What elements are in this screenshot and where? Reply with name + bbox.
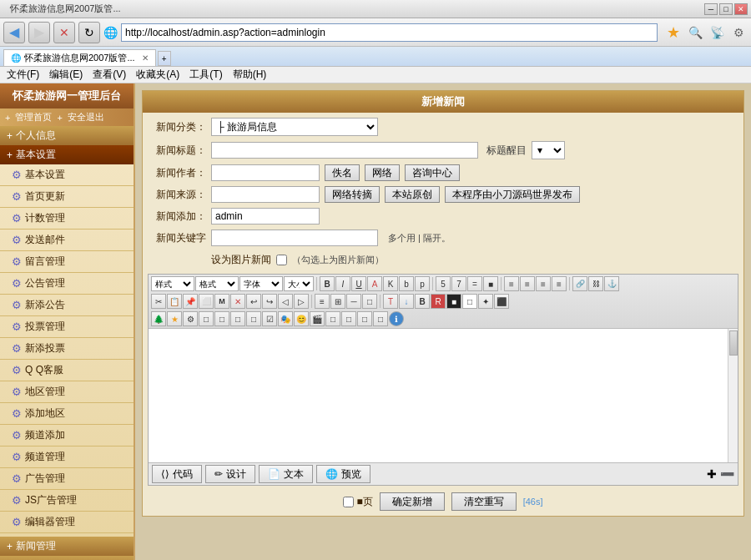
bullet-list-button[interactable]: 7 — [451, 276, 466, 291]
sidebar-item-add-announcement[interactable]: ⚙ 新添公告 — [0, 295, 134, 316]
preview-tab-button[interactable]: 🌐 预览 — [316, 465, 370, 483]
font-color-button[interactable]: A — [367, 276, 382, 291]
close-button[interactable]: ✕ — [734, 3, 748, 15]
add-row-icon[interactable]: ✚ — [707, 467, 717, 481]
checkbox-button[interactable]: ☑ — [262, 311, 277, 326]
table-button[interactable]: ⊞ — [330, 294, 345, 309]
star-button[interactable]: ★ — [167, 311, 182, 326]
sidebar-item-guestbook[interactable]: ⚙ 留言管理 — [0, 251, 134, 273]
forward-button[interactable]: ▶ — [28, 22, 50, 43]
template-button[interactable]: □ — [357, 311, 372, 326]
author-network-button[interactable]: 网络 — [365, 164, 400, 181]
red-btn[interactable]: R — [431, 294, 446, 309]
search-star-icon[interactable]: ★ — [664, 23, 683, 42]
font-select[interactable]: 字体 — [239, 276, 283, 291]
author-input[interactable] — [211, 164, 320, 181]
superscript-button[interactable]: p — [415, 276, 430, 291]
sidebar-item-channel-add[interactable]: ⚙ 频道添加 — [0, 425, 134, 446]
smiley-button[interactable]: 🎭 — [278, 311, 293, 326]
info-button[interactable]: ℹ — [389, 311, 404, 326]
nav-home-link[interactable]: 管理首页 — [15, 111, 52, 124]
sidebar-section-article[interactable]: + 文章管理 — [0, 556, 134, 560]
select-button[interactable]: ◁ — [278, 294, 293, 309]
sidebar-item-region-manage[interactable]: ⚙ 地区管理 — [0, 381, 134, 403]
active-tab[interactable]: 🌐 怀柔旅游信息网2007版管... ✕ — [3, 49, 156, 66]
special-char-button[interactable]: ✦ — [478, 294, 493, 309]
sidebar-section-news[interactable]: + 新闻管理 — [0, 537, 134, 556]
textarea-button[interactable]: □ — [230, 311, 245, 326]
symbol-button[interactable]: ⬛ — [494, 294, 509, 309]
sidebar-item-channel-manage[interactable]: ⚙ 频道管理 — [0, 446, 134, 468]
paste-button[interactable]: 📌 — [183, 294, 198, 309]
italic-button[interactable]: I — [335, 276, 350, 291]
stop-button[interactable]: ✕ — [53, 22, 75, 43]
align-left-button[interactable]: ≡ — [504, 276, 519, 291]
style-select[interactable]: 样式 — [151, 276, 194, 291]
underline-button[interactable]: U — [351, 276, 366, 291]
justify-button[interactable]: ≡ — [552, 276, 567, 291]
source-network-button[interactable]: 网络转摘 — [325, 186, 380, 203]
minimize-button[interactable]: ─ — [704, 3, 718, 15]
author-anon-button[interactable]: 佚名 — [325, 164, 360, 181]
category-select[interactable]: ├ 旅游局信息 — [211, 118, 378, 136]
menu-tools[interactable]: 工具(T) — [189, 68, 222, 82]
remove-row-icon[interactable]: ➖ — [720, 467, 734, 481]
sidebar-item-home-update[interactable]: ⚙ 首页更新 — [0, 186, 134, 208]
html-button[interactable]: □ — [373, 311, 388, 326]
align-center-button[interactable]: ≡ — [520, 276, 535, 291]
move-button[interactable]: ▷ — [294, 294, 309, 309]
search-icon[interactable]: 🔍 — [686, 23, 704, 42]
select-form-button[interactable]: □ — [246, 311, 261, 326]
find-button[interactable]: M — [214, 294, 229, 309]
link-ref[interactable]: [46s] — [523, 497, 543, 507]
plugin-button[interactable]: ⚙ — [183, 311, 198, 326]
clear-button[interactable]: 清空重写 — [451, 492, 517, 511]
sidebar-item-counter[interactable]: ⚙ 计数管理 — [0, 208, 134, 230]
redo-button[interactable]: ↪ — [262, 294, 277, 309]
sidebar-item-js-ad[interactable]: ⚙ JS广告管理 — [0, 490, 134, 512]
link-button[interactable]: 🔗 — [572, 276, 587, 291]
sidebar-item-add-vote[interactable]: ⚙ 新添投票 — [0, 338, 134, 360]
outdent-button[interactable]: ■ — [483, 276, 498, 291]
anchor-button[interactable]: ⚓ — [604, 276, 619, 291]
paste-plain-button[interactable]: ⬜ — [199, 294, 214, 309]
sidebar-item-ad-manage[interactable]: ⚙ 广告管理 — [0, 468, 134, 490]
sidebar-section-settings[interactable]: + 基本设置 — [0, 145, 134, 164]
sidebar-item-basic-settings[interactable]: ⚙ 基本设置 — [0, 164, 134, 186]
copy-button[interactable]: 📋 — [167, 294, 182, 309]
new-tab-button[interactable]: + — [158, 51, 171, 66]
form-button[interactable]: □ — [199, 311, 214, 326]
sidebar-item-add-region[interactable]: ⚙ 添加地区 — [0, 403, 134, 425]
list-button[interactable]: ≡ — [315, 294, 330, 309]
delete-button[interactable]: ✕ — [230, 294, 245, 309]
bold-button[interactable]: B — [320, 276, 335, 291]
sidebar-item-qq-service[interactable]: ⚙ Q Q客服 — [0, 360, 134, 381]
code-tab-button[interactable]: ⟨⟩ 代码 — [152, 465, 202, 483]
unlink-button[interactable]: ⛓ — [588, 276, 603, 291]
image-news-checkbox[interactable] — [276, 255, 287, 265]
page-checkbox[interactable] — [343, 497, 354, 507]
rss-icon[interactable]: 📡 — [708, 23, 726, 42]
sidebar-item-vote-manage[interactable]: ⚙ 投票管理 — [0, 316, 134, 338]
map-button[interactable]: □ — [341, 311, 356, 326]
border-button[interactable]: B — [415, 294, 430, 309]
text-color-button[interactable]: T — [383, 294, 398, 309]
emoji-button[interactable]: 😊 — [294, 311, 309, 326]
image-button[interactable]: 🌲 — [151, 311, 166, 326]
indent-button[interactable]: = — [467, 276, 482, 291]
nav-logout-link[interactable]: 安全退出 — [68, 111, 104, 124]
window-controls[interactable]: ─ □ ✕ — [704, 3, 748, 15]
page-checkbox-label[interactable]: ■页 — [343, 495, 372, 509]
frame-button[interactable]: □ — [362, 294, 377, 309]
back-button[interactable]: ◀ — [3, 22, 25, 43]
source-xiaoDao-button[interactable]: 本程序由小刀源码世界发布 — [445, 186, 580, 203]
subscript-button[interactable]: b — [399, 276, 414, 291]
text-tab-button[interactable]: 📄 文本 — [259, 465, 313, 483]
input-button[interactable]: □ — [214, 311, 229, 326]
menu-help[interactable]: 帮助(H) — [233, 68, 267, 82]
sidebar-item-announcement[interactable]: ⚙ 公告管理 — [0, 273, 134, 295]
flash-button[interactable]: 🎬 — [310, 311, 325, 326]
tab-close-button[interactable]: ✕ — [142, 53, 149, 63]
editor-scrollbar[interactable] — [728, 329, 738, 462]
title-input[interactable] — [211, 142, 478, 159]
